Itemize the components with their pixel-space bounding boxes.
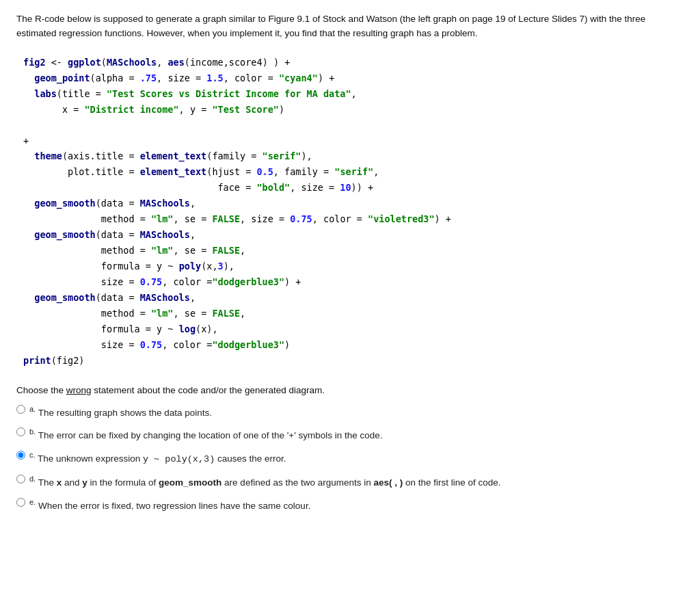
option-d: d. The x and y in the formula of geom_sm… [16,473,684,490]
question-text: Choose the wrong statement about the cod… [16,385,684,395]
radio-d[interactable] [16,475,25,484]
option-e: e. When the error is fixed, two regressi… [16,497,684,513]
code-poly: y ~ poly(x,3) [143,454,215,464]
option-c: c. The unknown expression y ~ poly(x,3) … [16,449,684,466]
radio-b[interactable] [16,427,25,436]
radio-a[interactable] [16,405,25,414]
radio-e[interactable] [16,498,25,507]
intro-paragraph: The R-code below is supposed to generate… [16,12,684,41]
code-block: fig2 <- ggplot(MASchools, aes(income,sco… [16,51,684,375]
question-underlined: wrong [66,385,92,395]
options-list: a. The resulting graph shows the data po… [16,404,684,513]
radio-c[interactable] [16,451,25,460]
option-b: b. The error can be fixed by changing th… [16,426,684,442]
option-a: a. The resulting graph shows the data po… [16,404,684,420]
